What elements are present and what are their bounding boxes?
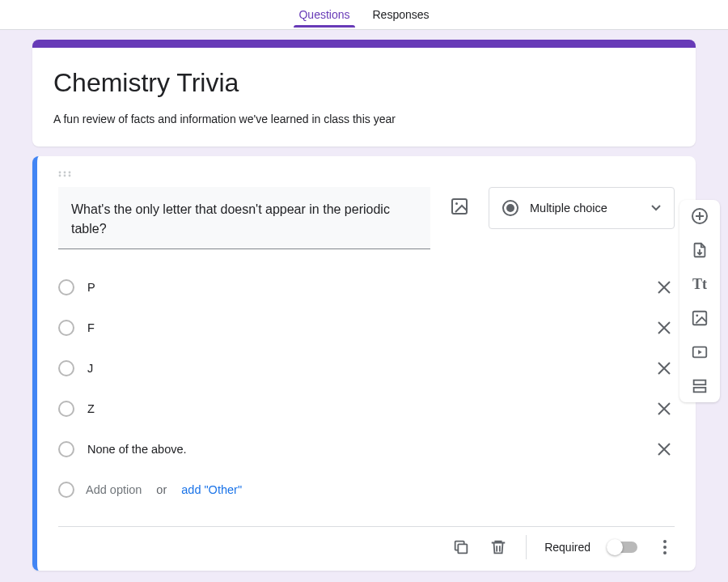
options-list: Add option or add "Other" [58,267,675,510]
divider [526,535,527,559]
svg-point-3 [59,175,61,177]
form-title[interactable]: Chemistry Trivia [53,67,675,98]
option-row [58,308,675,348]
svg-point-9 [663,540,667,543]
svg-point-7 [455,202,458,205]
option-row [58,389,675,429]
svg-rect-16 [694,380,706,385]
svg-point-1 [64,172,66,174]
svg-rect-6 [452,199,467,214]
add-image-icon[interactable] [448,195,471,218]
required-toggle[interactable] [608,542,637,553]
svg-point-2 [69,172,71,174]
option-input[interactable] [86,321,642,335]
floating-toolbar: Tt [679,200,720,402]
tab-responses[interactable]: Responses [373,2,430,28]
top-tabs-bar: Questions Responses [0,0,728,30]
add-video-icon[interactable] [690,342,709,362]
add-other-button[interactable]: add "Other" [181,483,242,496]
add-option-button[interactable]: Add option [86,483,142,496]
option-row [58,348,675,389]
question-text-input[interactable]: What's the only letter that doesn't appe… [58,187,430,249]
remove-option-icon[interactable] [654,317,675,338]
import-questions-icon[interactable] [690,240,709,260]
question-card[interactable]: What's the only letter that doesn't appe… [32,156,696,571]
svg-point-5 [69,175,71,177]
tt-label: Tt [692,276,707,293]
or-separator: or [156,483,167,496]
remove-option-icon[interactable] [654,277,675,298]
add-option-row: Add option or add "Other" [58,469,675,510]
more-options-icon[interactable] [655,537,675,557]
form-header-card[interactable]: Chemistry Trivia A fun review of facts a… [32,40,696,147]
duplicate-icon[interactable] [451,537,471,557]
tab-questions[interactable]: Questions [298,2,349,28]
option-radio-icon [58,279,74,295]
question-type-label: Multiple choice [530,202,640,215]
delete-icon[interactable] [489,537,508,557]
option-input[interactable] [86,361,642,376]
svg-rect-8 [459,545,468,554]
option-input[interactable] [86,401,642,416]
question-type-select[interactable]: Multiple choice [489,187,675,229]
form-stage: Chemistry Trivia A fun review of facts a… [0,30,728,571]
option-radio-icon [58,482,74,498]
svg-rect-17 [694,388,706,393]
svg-point-14 [696,314,698,316]
remove-option-icon[interactable] [654,358,675,379]
option-radio-icon [58,360,74,376]
question-text[interactable]: What's the only letter that doesn't appe… [71,200,417,239]
svg-rect-13 [693,312,707,325]
option-row [58,429,675,469]
remove-option-icon[interactable] [654,398,675,419]
remove-option-icon[interactable] [654,439,675,460]
question-top-row: What's the only letter that doesn't appe… [58,187,675,249]
option-radio-icon [58,401,74,417]
option-input[interactable] [86,280,642,295]
radio-icon [502,200,518,216]
tabs: Questions Responses [298,0,429,29]
add-section-icon[interactable] [690,376,709,396]
option-row [58,267,675,308]
drag-handle-icon[interactable] [58,171,675,182]
option-input[interactable] [86,442,642,457]
question-footer: Required [58,526,675,564]
svg-point-0 [59,172,61,174]
form-description[interactable]: A fun review of facts and information we… [53,113,675,125]
add-image-toolbar-icon[interactable] [690,308,709,328]
svg-point-4 [64,175,66,177]
option-radio-icon [58,320,74,336]
add-question-icon[interactable] [690,206,709,226]
svg-point-11 [663,551,667,554]
option-radio-icon [58,441,74,457]
required-label: Required [544,541,590,554]
chevron-down-icon [651,205,661,211]
add-title-icon[interactable]: Tt [690,274,709,294]
svg-point-10 [663,546,667,549]
